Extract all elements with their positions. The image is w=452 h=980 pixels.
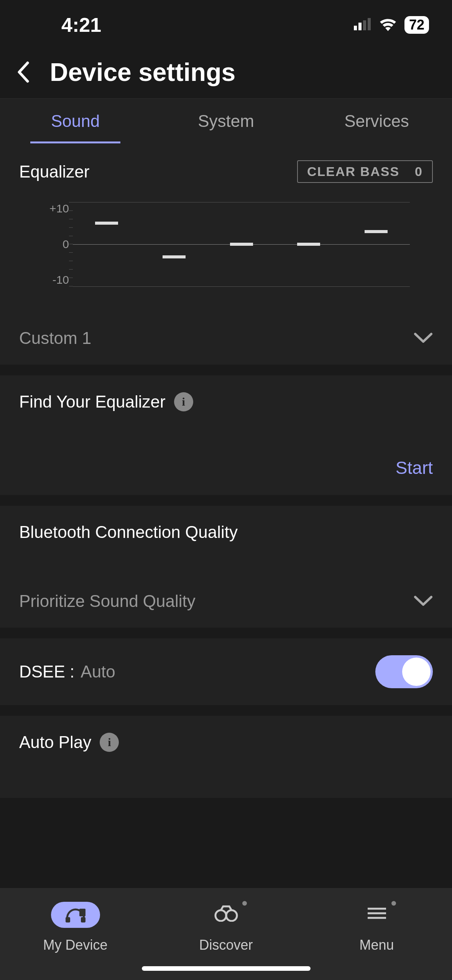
headphones-icon	[51, 902, 100, 928]
nav-label: Menu	[359, 937, 394, 953]
auto-play-section: Auto Play i	[0, 716, 452, 798]
eq-band-marker[interactable]	[95, 222, 118, 225]
svg-rect-5	[81, 917, 85, 922]
dsee-label: DSEE :	[19, 662, 74, 681]
tab-services[interactable]: Services	[301, 99, 452, 143]
ytick: -10	[53, 273, 69, 286]
eq-band-marker[interactable]	[365, 230, 388, 233]
find-equalizer-title: Find Your Equalizer	[19, 392, 166, 411]
chevron-down-icon	[414, 329, 433, 348]
svg-rect-1	[358, 23, 362, 30]
wifi-icon	[378, 17, 398, 33]
back-button[interactable]	[12, 61, 35, 84]
tabs: Sound System Services	[0, 98, 452, 143]
tab-label: Services	[344, 112, 409, 131]
svg-rect-2	[363, 20, 366, 30]
nav-my-device[interactable]: My Device	[0, 899, 151, 980]
dsee-value: Auto	[81, 662, 115, 681]
svg-rect-4	[66, 917, 70, 922]
clear-bass-badge[interactable]: CLEAR BASS 0	[297, 160, 433, 183]
bluetooth-quality-section: Bluetooth Connection Quality Prioritize …	[0, 506, 452, 628]
status-indicators: 72	[354, 16, 429, 34]
preset-name: Custom 1	[19, 329, 91, 348]
page-header: Device settings	[0, 50, 452, 98]
menu-icon	[366, 906, 388, 924]
nav-menu[interactable]: Menu	[301, 899, 452, 980]
equalizer-section: Equalizer CLEAR BASS 0 +10 0 -10 Custom …	[0, 143, 452, 365]
start-button[interactable]: Start	[396, 457, 433, 478]
svg-rect-0	[354, 26, 357, 30]
clear-bass-value: 0	[415, 164, 423, 179]
notification-dot	[391, 901, 396, 906]
equalizer-chart[interactable]: +10 0 -10	[19, 202, 433, 286]
info-icon[interactable]: i	[174, 392, 193, 411]
eq-band-marker[interactable]	[297, 243, 320, 246]
svg-rect-6	[79, 909, 85, 916]
chevron-down-icon	[414, 592, 433, 611]
equalizer-preset-row[interactable]: Custom 1	[19, 329, 433, 348]
info-icon[interactable]: i	[100, 733, 119, 752]
notification-dot	[242, 901, 247, 906]
chevron-left-icon	[16, 61, 30, 83]
home-indicator[interactable]	[142, 966, 311, 971]
binoculars-icon	[214, 905, 238, 925]
tab-system[interactable]: System	[151, 99, 301, 143]
svg-point-7	[215, 910, 226, 921]
status-bar: 4:21 72	[0, 0, 452, 50]
auto-play-title: Auto Play	[19, 733, 91, 752]
equalizer-title: Equalizer	[19, 162, 89, 181]
dsee-toggle[interactable]	[375, 655, 433, 688]
ytick: 0	[62, 238, 69, 251]
battery-level: 72	[404, 16, 429, 34]
nav-label: My Device	[43, 937, 107, 953]
eq-band-marker[interactable]	[163, 255, 186, 258]
page-title: Device settings	[50, 58, 235, 87]
tab-sound[interactable]: Sound	[0, 99, 151, 143]
ytick: +10	[49, 202, 69, 215]
svg-point-8	[226, 910, 237, 921]
tab-label: Sound	[51, 112, 100, 131]
eq-band-marker[interactable]	[230, 243, 253, 246]
find-equalizer-section: Find Your Equalizer i Start	[0, 375, 452, 495]
bluetooth-quality-title: Bluetooth Connection Quality	[19, 523, 433, 542]
dsee-section: DSEE : Auto	[0, 638, 452, 705]
svg-rect-3	[368, 18, 371, 30]
clear-bass-label: CLEAR BASS	[307, 164, 399, 179]
chart-y-labels: +10 0 -10	[31, 202, 69, 286]
bluetooth-quality-value: Prioritize Sound Quality	[19, 592, 196, 611]
status-time: 4:21	[61, 13, 101, 36]
cellular-icon	[354, 18, 371, 32]
bluetooth-quality-row[interactable]: Prioritize Sound Quality	[19, 592, 433, 611]
tab-label: System	[198, 112, 254, 131]
nav-label: Discover	[199, 937, 253, 953]
